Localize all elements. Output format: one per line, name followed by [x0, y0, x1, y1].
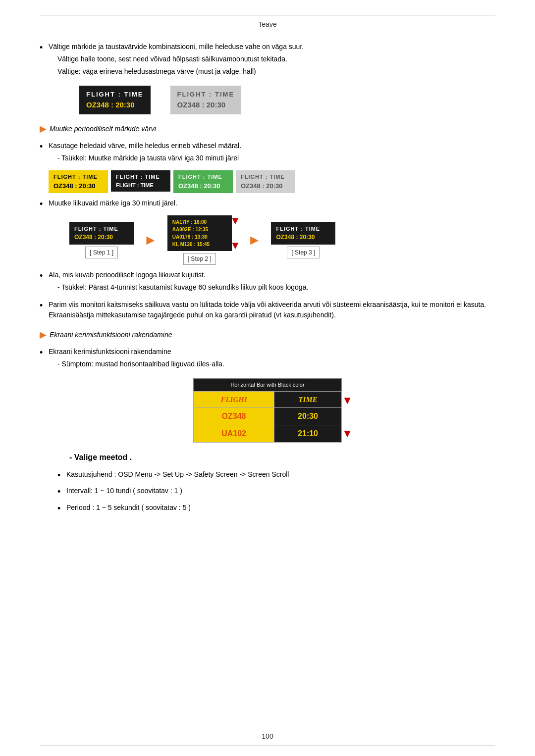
hbar-flight-header: FLIGHI [194, 391, 274, 408]
bullet1-main: Vältige märkide ja taustavärvide kombina… [49, 43, 304, 50]
bullet6-sub1: - Sümptom: mustad horisontaalribad liigu… [57, 359, 495, 369]
orange-heading-2: Ekraani kerimisfunktsiooni rakendamine [50, 330, 172, 340]
bullet-marker-2: • [40, 141, 49, 153]
cb-light-r1: FLIGHT : TIME [241, 173, 290, 181]
bullet-item-4: • Ala, mis kuvab perioodiliselt logoga l… [40, 270, 495, 295]
bullet-marker: • [40, 42, 49, 54]
hbar-time-label: TIME [298, 396, 317, 403]
bullet-content-2: Kasutage heledaid värve, mille heledus e… [49, 141, 495, 165]
hbar-header-row: Horizontal Bar with Black color [194, 379, 342, 392]
bullet-item-5: • Parim viis monitori kaitsmiseks säilku… [40, 300, 495, 320]
arrow-right-icon-1: ► [144, 230, 158, 251]
cb-yellow-r2: OZ348 : 20:30 [54, 181, 103, 191]
bullet-marker-5: • [40, 300, 49, 312]
arrow1: ► [144, 230, 158, 251]
scroll-s3-r1: FLIGHT : TIME [276, 225, 330, 233]
sub-item-3: • Periood : 1 ~ 5 sekundit ( soovitatav … [57, 503, 495, 515]
scroll-s2-r1: NA17IY : 16:00 [172, 218, 227, 226]
bullet-marker-4: • [40, 270, 49, 282]
header-title: Teave [258, 20, 276, 28]
dark-box-row1: FLIGHT : TIME [86, 90, 144, 100]
hbar-2030: 20:30 [274, 408, 342, 425]
bullet-marker-3: • [40, 198, 49, 210]
down-arrow-2: ▼ [230, 240, 241, 251]
sub-item-2: • Intervall: 1 ~ 10 tundi ( soovitatav :… [57, 486, 495, 498]
scroll-s3-r2: OZ348 : 20:30 [276, 233, 330, 242]
flight-boxes-row: FLIGHT : TIME OZ348 : 20:30 FLIGHT : TIM… [79, 86, 495, 114]
flight-box-gray: FLIGHT : TIME OZ348 : 20:30 [170, 86, 242, 114]
cycle-boxes-row: FLIGHT : TIME OZ348 : 20:30 FLIGHT : TIM… [49, 170, 495, 193]
valige-heading: - Valige meetod . [69, 452, 495, 463]
hbar-inner: Horizontal Bar with Black color FLIGHI T… [193, 378, 342, 443]
hbar-ua102: UA102 [194, 425, 274, 443]
page-footer: 100 [40, 731, 495, 746]
page: Teave • Vältige märkide ja taustavärvide… [0, 0, 535, 756]
bullet2-main: Kasutage heledaid värve, mille heledus e… [49, 142, 241, 150]
scroll-step2: NA17IY : 16:00 AA002E : 12:35 UA0178 : 1… [167, 215, 232, 265]
bullet3-main: Muutke liikuvaid märke iga 30 minuti jär… [49, 199, 177, 207]
sub-item-1-text: Kasutusjuhend : OSD Menu -> Set Up -> Sa… [66, 469, 289, 480]
step2-label: [ Step 2 ] [183, 253, 216, 265]
scroll-step3: FLIGHT : TIME OZ348 : 20:30 [ Step 3 ] [271, 222, 335, 259]
bullet-content-1: Vältige märkide ja taustavärvide kombina… [49, 42, 495, 79]
down-arrow-1: ▼ [230, 215, 241, 226]
bullet4-main: Ala, mis kuvab perioodiliselt logoga lii… [49, 271, 206, 279]
orange-heading-2-row: ▶ Ekraani kerimisfunktsiooni rakendamine [40, 328, 495, 342]
gray-box-row1: FLIGHT : TIME [177, 90, 235, 100]
cb-green-r1: FLIGHT : TIME [178, 173, 228, 181]
arrow-right-icon-2: ► [248, 230, 262, 251]
hbar-2110: 21:10 [274, 425, 342, 443]
scroll-s2-r3: UA0178 : 13:30 [172, 233, 227, 241]
hbar-data-row2: UA102 21:10 [194, 425, 342, 443]
hbar-wrapper: Horizontal Bar with Black color FLIGHI T… [40, 378, 495, 443]
scroll-s1-r1: FLIGHT : TIME [74, 225, 129, 233]
sub-bullet-marker-1: • [57, 469, 66, 482]
bullet2-sub1: - Tsükkel: Muutke märkide ja tausta värv… [57, 153, 495, 163]
cb-light-r2: OZ348 : 20:30 [241, 181, 290, 191]
bullet-marker-6: • [40, 347, 49, 359]
orange-bullet-icon: ▶ [40, 122, 47, 136]
hbar-col-header-row: FLIGHI TIME [194, 391, 342, 408]
bullet4-sub1: - Tsükkel: Pärast 4-tunnist kasutamist k… [57, 282, 495, 293]
step1-label: [ Step 1 ] [85, 247, 118, 258]
bullet1-sub2: Vältige: väga erineva heledusastmega vär… [57, 66, 495, 77]
page-number: 100 [262, 732, 273, 740]
cb-dark-r2: FLIGHT : TIME [116, 181, 165, 190]
dark-box-row2: OZ348 : 20:30 [86, 100, 144, 111]
scroll-mid-wrapper: NA17IY : 16:00 AA002E : 12:35 UA0178 : 1… [167, 215, 232, 251]
bullet-content-3: Muutke liikuvaid märke iga 30 minuti jär… [49, 198, 495, 208]
hbar-down-arrow-1: ▼ [342, 392, 353, 408]
cycle-box-dark: FLIGHT : TIME FLIGHT : TIME [111, 170, 170, 192]
hbar-table: Horizontal Bar with Black color FLIGHI T… [193, 378, 342, 443]
bullet6-main: Ekraani kerimisfunktsiooni rakendamine [49, 348, 171, 355]
bullet5-main: Parim viis monitori kaitsmiseks säilkuva… [49, 301, 486, 319]
scroll-s2-r2: AA002E : 12:35 [172, 226, 227, 233]
orange-heading-1: Muutke perioodiliselt märkide värvi [50, 124, 156, 134]
sub-bullet-marker-3: • [57, 503, 66, 515]
gray-box-row2: OZ348 : 20:30 [177, 100, 235, 111]
hbar-header-cell: Horizontal Bar with Black color [194, 379, 342, 392]
bullet-item-2: • Kasutage heledaid värve, mille heledus… [40, 141, 495, 165]
flight-box-dark: FLIGHT : TIME OZ348 : 20:30 [79, 86, 151, 114]
step3-label: [ Step 3 ] [287, 247, 320, 258]
scroll-box-step1: FLIGHT : TIME OZ348 : 20:30 [69, 222, 134, 245]
bullet-content-4: Ala, mis kuvab perioodiliselt logoga lii… [49, 270, 495, 295]
scroll-s2-r4: KL M126 : 15:45 [172, 241, 227, 248]
bullet-content-5: Parim viis monitori kaitsmiseks säilkuva… [49, 300, 495, 320]
hbar-down-arrow-2: ▼ [342, 425, 353, 442]
scroll-box-step2: NA17IY : 16:00 AA002E : 12:35 UA0178 : 1… [167, 215, 232, 251]
cb-yellow-r1: FLIGHT : TIME [54, 173, 103, 181]
bullet-item-6: • Ekraani kerimisfunktsiooni rakendamine… [40, 347, 495, 371]
hbar-data-row1: OZ348 20:30 [194, 408, 342, 425]
sub-item-2-text: Intervall: 1 ~ 10 tundi ( soovitatav : 1… [66, 486, 182, 496]
page-header: Teave [40, 15, 495, 30]
sub-item-3-text: Periood : 1 ~ 5 sekundit ( soovitatav : … [66, 503, 191, 513]
sub-bullet-marker-2: • [57, 486, 66, 498]
scroll-demo: FLIGHT : TIME OZ348 : 20:30 [ Step 1 ] ►… [69, 215, 495, 265]
scroll-box-step3: FLIGHT : TIME OZ348 : 20:30 [271, 222, 335, 245]
bullet-content-6: Ekraani kerimisfunktsiooni rakendamine -… [49, 347, 495, 371]
cb-dark-r1: FLIGHT : TIME [116, 173, 165, 181]
hbar-time-header: TIME [274, 391, 342, 408]
hbar-oz348: OZ348 [194, 408, 274, 425]
scroll-step1: FLIGHT : TIME OZ348 : 20:30 [ Step 1 ] [69, 222, 134, 259]
